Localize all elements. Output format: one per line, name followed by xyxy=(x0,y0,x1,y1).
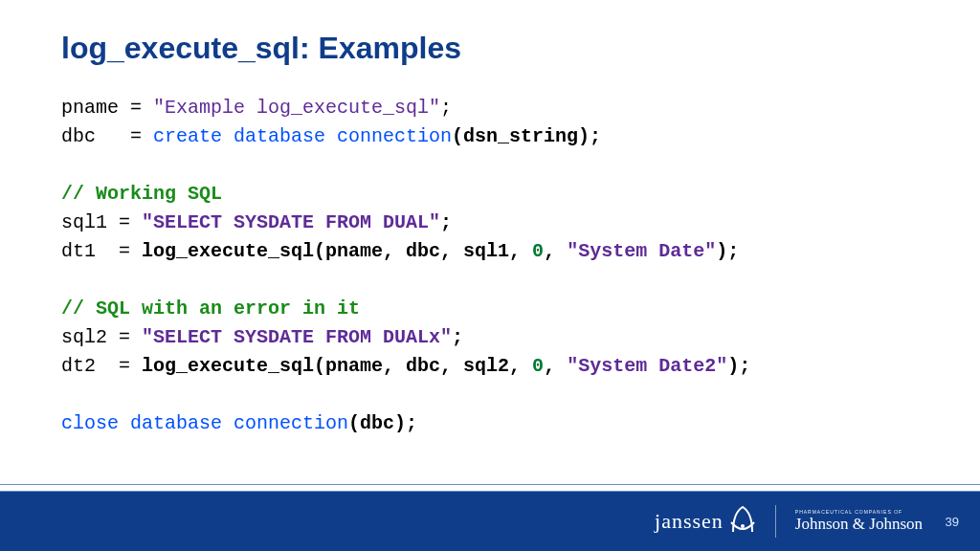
jnj-tagline: PHARMACEUTICAL COMPANIES OF xyxy=(795,510,902,515)
slide-title: log_execute_sql: Examples xyxy=(61,31,461,66)
brand-divider xyxy=(775,505,776,538)
code-line-10: dt2 = log_execute_sql(pname, dbc, sql2, … xyxy=(61,355,750,377)
code-line-5: sql1 = "SELECT SYSDATE FROM DUAL"; xyxy=(61,211,452,233)
code-line-2: dbc = create database connection(dsn_str… xyxy=(61,125,601,147)
footer-divider xyxy=(0,484,980,492)
code-line-9: sql2 = "SELECT SYSDATE FROM DUALx"; xyxy=(61,326,463,348)
code-line-12: close database connection(dbc); xyxy=(61,412,417,434)
code-line-4: // Working SQL xyxy=(61,183,222,205)
janssen-icon xyxy=(729,503,756,540)
janssen-logo: janssen xyxy=(655,503,756,540)
brand-area: janssen PHARMACEUTICAL COMPANIES OF John… xyxy=(655,492,959,551)
page-number: 39 xyxy=(942,515,959,529)
code-block: pname = "Example log_execute_sql"; dbc =… xyxy=(61,94,750,438)
code-line-6: dt1 = log_execute_sql(pname, dbc, sql1, … xyxy=(61,240,739,262)
jnj-logo: PHARMACEUTICAL COMPANIES OF Johnson & Jo… xyxy=(795,510,923,532)
footer-bar: janssen PHARMACEUTICAL COMPANIES OF John… xyxy=(0,492,980,551)
code-line-8: // SQL with an error in it xyxy=(61,298,360,320)
svg-point-0 xyxy=(741,524,745,528)
code-line-1: pname = "Example log_execute_sql"; xyxy=(61,97,452,119)
janssen-text: janssen xyxy=(655,509,724,534)
slide: log_execute_sql: Examples pname = "Examp… xyxy=(0,0,980,551)
jnj-script: Johnson & Johnson xyxy=(795,516,923,533)
